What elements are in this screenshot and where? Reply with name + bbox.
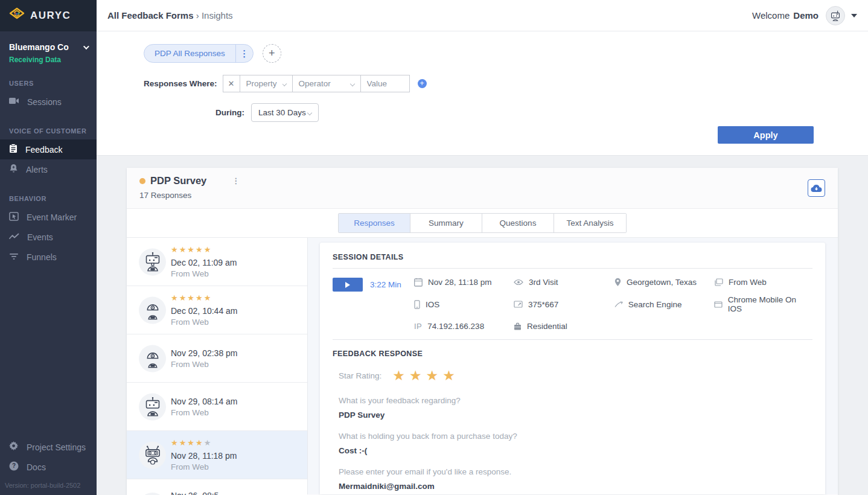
star-filled-icon: ★ — [204, 293, 212, 302]
chevron-down-icon — [307, 110, 312, 115]
operator-dropdown-label: Operator — [299, 79, 331, 88]
session-detail-visit: 3rd Visit — [514, 278, 614, 287]
question-text: What is holding you back from a purchase… — [339, 432, 812, 441]
filter-condition-group: ✕ Property Operator — [223, 75, 410, 92]
tab-text-analysis[interactable]: Text Analysis — [554, 214, 626, 232]
sidebar-item-alerts[interactable]: Alerts — [0, 159, 97, 179]
pages-icon — [714, 278, 723, 286]
play-icon — [345, 282, 350, 288]
sidebar-item-label: Funnels — [27, 252, 57, 262]
star-filled-icon: ★ — [171, 245, 179, 254]
response-list-item[interactable]: Nov 29, 02:38 pm From Web — [127, 334, 307, 383]
response-source: From Web — [171, 359, 301, 369]
sidebar-item-funnels[interactable]: Funnels — [0, 247, 97, 267]
location-pin-icon — [614, 278, 621, 287]
chip-kebab-icon[interactable]: ⋮ — [236, 48, 253, 59]
sidebar-item-docs[interactable]: ? Docs — [0, 457, 97, 477]
qa-block: What is your feedback regarding? PDP Sur… — [339, 396, 812, 491]
response-list-item-selected[interactable]: ★★★★★ Nov 28, 11:18 pm From Web — [127, 431, 307, 479]
sidebar-item-feedback[interactable]: Feedback — [0, 139, 97, 159]
session-detail-referrer: Search Engine — [614, 295, 714, 313]
survey-kebab-icon[interactable]: ⋮ — [232, 177, 240, 185]
star-filled-icon: ★ — [171, 293, 179, 302]
segment-chip-label[interactable]: PDP All Responses — [144, 49, 235, 58]
ip-icon: IP — [414, 322, 422, 331]
divider — [333, 268, 812, 269]
star-filled-icon: ★ — [426, 368, 443, 383]
calendar-icon — [414, 278, 423, 287]
gear-icon — [9, 441, 19, 453]
clipboard-icon — [9, 144, 18, 155]
sidebar-item-project-settings[interactable]: Project Settings — [0, 437, 97, 457]
star-filled-icon: ★ — [442, 368, 459, 383]
section-label-users: USERS — [0, 80, 97, 87]
sidebar-item-sessions[interactable]: Sessions — [0, 92, 97, 112]
robot-avatar — [139, 345, 166, 372]
property-dropdown-label: Property — [246, 79, 277, 88]
session-duration-link[interactable]: 3:22 Min — [370, 278, 401, 292]
user-menu[interactable]: Welcome Demo — [752, 6, 857, 25]
tab-summary[interactable]: Summary — [410, 214, 482, 232]
cloud-download-icon — [811, 184, 822, 193]
add-segment-button[interactable]: + — [263, 44, 281, 63]
remove-condition-button[interactable]: ✕ — [223, 75, 240, 92]
video-camera-icon — [9, 97, 19, 107]
answer-text: Cost :-( — [339, 446, 812, 455]
session-detail-value: Residential — [527, 322, 567, 331]
chevron-down-icon — [349, 81, 354, 86]
star-filled-icon: ★ — [179, 438, 188, 447]
export-download-button[interactable] — [808, 179, 825, 197]
eye-icon — [514, 279, 523, 286]
value-input[interactable] — [367, 79, 403, 88]
question-circle-icon: ? — [9, 461, 19, 473]
during-dropdown[interactable]: Last 30 Days — [251, 103, 319, 122]
response-date: Dec 02, 11:09 am — [171, 257, 301, 268]
sidebar-item-label: Docs — [27, 462, 46, 472]
response-detail-panel: SESSION DETAILS 3:22 Min Nov 28, 11:18 p — [320, 243, 825, 494]
apply-button[interactable]: Apply — [718, 126, 814, 144]
welcome-label: Welcome — [752, 10, 790, 21]
response-date: Nov 28, 11:18 pm — [171, 450, 301, 461]
robot-avatar — [139, 441, 166, 468]
sidebar-item-events[interactable]: Events — [0, 227, 97, 247]
company-switcher[interactable]: Bluemango Co Receiving Data — [0, 31, 97, 64]
tab-questions[interactable]: Questions — [482, 214, 554, 232]
response-list-item[interactable]: ★★★★★ Dec 02, 10:44 am From Web — [127, 286, 307, 334]
play-session-button[interactable] — [333, 278, 363, 292]
session-detail-network: Residential — [514, 322, 614, 331]
question-text: Please enter your email if you'd like a … — [339, 467, 812, 476]
response-source: From Web — [171, 269, 301, 279]
response-list-item[interactable]: ★★★★★ Dec 02, 11:09 am From Web — [127, 238, 307, 286]
line-chart-icon — [9, 232, 19, 242]
response-list-item[interactable]: Nov 29, 08:14 am From Web — [127, 383, 307, 431]
sidebar-item-label: Events — [27, 232, 53, 242]
chevron-down-icon — [282, 81, 287, 86]
survey-card: PDP Survey ⋮ 17 Responses Responses Summ… — [127, 168, 838, 495]
browser-icon — [714, 301, 723, 308]
sidebar-item-event-marker[interactable]: Event Marker — [0, 207, 97, 227]
session-detail-value: Nov 28, 11:18 pm — [428, 278, 492, 287]
avatar[interactable] — [826, 6, 845, 25]
chevron-down-icon — [83, 43, 89, 50]
star-filled-icon: ★ — [196, 245, 204, 254]
response-date: Nov 29, 08:14 am — [171, 396, 301, 407]
add-condition-button[interactable]: + — [418, 79, 427, 88]
breadcrumb-all-feedback-forms[interactable]: All Feedback Forms — [107, 10, 194, 21]
star-filled-icon: ★ — [179, 245, 188, 254]
robot-avatar — [139, 248, 166, 275]
session-detail-value: IOS — [426, 300, 439, 309]
operator-dropdown[interactable]: Operator — [292, 75, 361, 92]
tab-responses[interactable]: Responses — [339, 214, 410, 232]
response-list-item[interactable]: Nov 26, 08:5 — [127, 479, 307, 495]
star-rating: ★★★★★ — [171, 293, 301, 302]
sidebar-item-label: Alerts — [26, 165, 48, 174]
star-filled-icon: ★ — [196, 293, 204, 302]
caret-down-icon[interactable] — [851, 14, 857, 18]
arrow-right-icon — [614, 301, 623, 308]
property-dropdown[interactable]: Property — [240, 75, 293, 92]
star-empty-icon: ★ — [204, 438, 212, 447]
session-detail-channel: From Web — [714, 278, 767, 287]
responses-count: 17 Responses — [139, 191, 825, 200]
segment-chip[interactable]: PDP All Responses ⋮ — [144, 44, 254, 63]
response-date: Nov 26, 08:5 — [171, 490, 301, 495]
